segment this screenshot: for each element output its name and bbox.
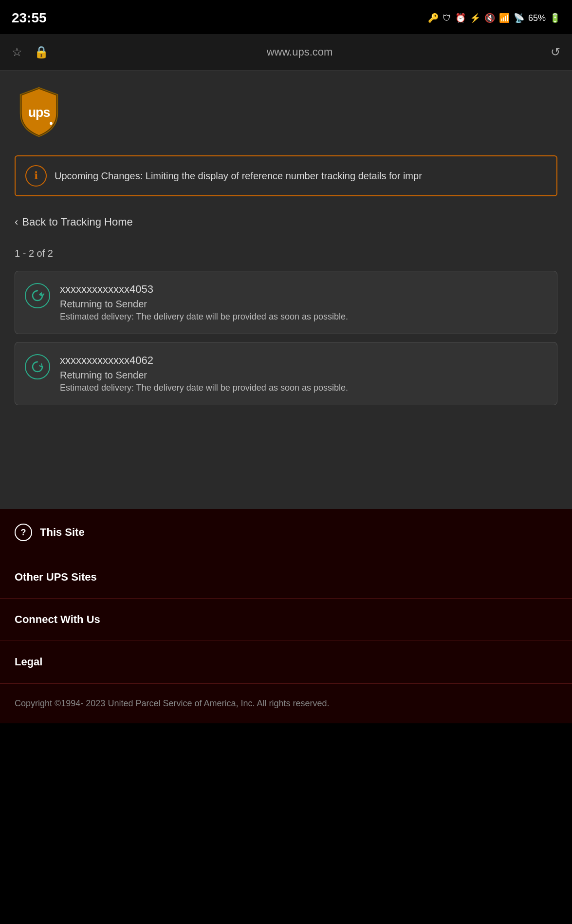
browser-bar: ☆ 🔒 www.ups.com ↺ xyxy=(0,34,572,71)
svg-point-1 xyxy=(50,122,53,125)
footer-connect-with-us[interactable]: Connect With Us xyxy=(0,599,572,641)
status-bar: 23:55 🔑 🛡 ⏰ ⚡ 🔇 📶 📡 65% 🔋 xyxy=(0,0,572,34)
tracking-status-1: Returning to Sender xyxy=(60,370,547,381)
footer-this-site-label: This Site xyxy=(40,526,85,539)
footer-legal[interactable]: Legal xyxy=(0,641,572,683)
wifi-icon: 📶 xyxy=(499,13,510,23)
help-icon: ? xyxy=(15,524,32,541)
ups-logo: ups xyxy=(15,85,557,155)
browser-url[interactable]: www.ups.com xyxy=(49,46,551,58)
return-icon-1 xyxy=(25,354,50,379)
svg-text:ups: ups xyxy=(28,105,50,120)
copyright-text: Copyright ©1994- 2023 United Parcel Serv… xyxy=(15,698,330,708)
battery-icon: 🔋 xyxy=(550,13,560,23)
footer-legal-label: Legal xyxy=(15,656,42,668)
shield-icon: 🛡 xyxy=(443,13,451,23)
lock-icon: 🔒 xyxy=(34,45,49,59)
status-icons: 🔑 🛡 ⏰ ⚡ 🔇 📶 📡 65% 🔋 xyxy=(428,13,560,23)
info-icon: ℹ xyxy=(25,165,47,187)
footer-other-ups-sites[interactable]: Other UPS Sites xyxy=(0,556,572,599)
tracking-info-0: xxxxxxxxxxxxx4053 Returning to Sender Es… xyxy=(60,283,547,322)
signal-icon: 📡 xyxy=(514,13,524,23)
battery-text: 65% xyxy=(528,13,546,23)
results-count: 1 - 2 of 2 xyxy=(15,248,557,259)
back-to-tracking-link[interactable]: ‹ Back to Tracking Home xyxy=(15,216,557,228)
return-icon-0 xyxy=(25,283,50,308)
footer-connect-label: Connect With Us xyxy=(15,613,100,626)
mute-icon: 🔇 xyxy=(484,13,495,23)
reload-icon[interactable]: ↺ xyxy=(551,45,560,59)
key-icon: 🔑 xyxy=(428,13,439,23)
bookmark-icon[interactable]: ☆ xyxy=(12,45,22,59)
alert-text: Upcoming Changes: Limiting the display o… xyxy=(55,170,422,182)
footer-this-site[interactable]: ? This Site xyxy=(0,509,572,556)
status-time: 23:55 xyxy=(12,10,47,26)
bluetooth-icon: ⚡ xyxy=(470,13,480,23)
alert-banner: ℹ Upcoming Changes: Limiting the display… xyxy=(15,155,557,196)
tracking-number-0: xxxxxxxxxxxxx4053 xyxy=(60,283,547,296)
tracking-delivery-1: Estimated delivery: The delivery date wi… xyxy=(60,383,547,393)
copyright-bar: Copyright ©1994- 2023 United Parcel Serv… xyxy=(0,683,572,723)
back-link-label: Back to Tracking Home xyxy=(22,216,132,228)
alarm-icon: ⏰ xyxy=(455,13,466,23)
tracking-info-1: xxxxxxxxxxxxx4062 Returning to Sender Es… xyxy=(60,354,547,393)
footer: ? This Site Other UPS Sites Connect With… xyxy=(0,509,572,723)
tracking-card[interactable]: xxxxxxxxxxxxx4062 Returning to Sender Es… xyxy=(15,342,557,405)
tracking-status-0: Returning to Sender xyxy=(60,299,547,310)
back-chevron-icon: ‹ xyxy=(15,216,18,228)
browser-left-icons: ☆ 🔒 xyxy=(12,45,49,59)
tracking-delivery-0: Estimated delivery: The delivery date wi… xyxy=(60,312,547,322)
tracking-number-1: xxxxxxxxxxxxx4062 xyxy=(60,354,547,367)
footer-other-ups-label: Other UPS Sites xyxy=(15,571,97,584)
tracking-card[interactable]: xxxxxxxxxxxxx4053 Returning to Sender Es… xyxy=(15,271,557,334)
main-content: ups ℹ Upcoming Changes: Limiting the dis… xyxy=(0,71,572,509)
